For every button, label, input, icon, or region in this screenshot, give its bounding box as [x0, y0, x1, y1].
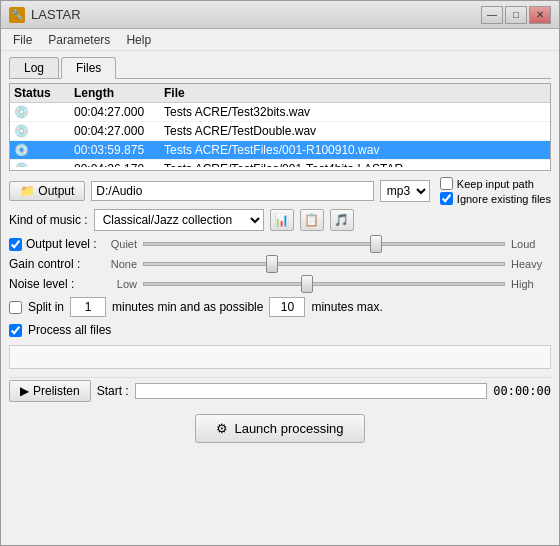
- output-path-input[interactable]: [91, 181, 373, 201]
- row-file: Tests ACRE/Test32bits.wav: [164, 105, 546, 119]
- noise-level-row: Noise level : Low High: [9, 277, 551, 291]
- menu-file[interactable]: File: [5, 31, 40, 49]
- col-length: Length: [74, 86, 164, 100]
- split-mid-label: minutes min and as possible: [112, 300, 263, 314]
- kind-icon-btn-1[interactable]: 📊: [270, 209, 294, 231]
- tabs: Log Files: [9, 57, 551, 79]
- keep-input-path-checkbox[interactable]: [440, 177, 453, 190]
- start-label: Start :: [97, 384, 129, 398]
- process-all-row: Process all files: [9, 323, 551, 337]
- process-all-checkbox[interactable]: [9, 324, 22, 337]
- output-level-end: Loud: [511, 238, 551, 250]
- row-icon: 💿: [14, 124, 74, 138]
- output-checkboxes: Keep input path Ignore existing files: [440, 177, 551, 205]
- gain-control-slider[interactable]: [143, 262, 505, 266]
- file-list: Status Length File 💿 00:04:27.000 Tests …: [9, 83, 551, 171]
- maximize-button[interactable]: □: [505, 6, 527, 24]
- gain-control-row: Gain control : None Heavy: [9, 257, 551, 271]
- table-row[interactable]: 💿 00:04:26.170 Tests ACRE/TestFiles/001-…: [10, 160, 550, 167]
- menu-help[interactable]: Help: [118, 31, 159, 49]
- output-level-slider[interactable]: [143, 242, 505, 246]
- gain-control-end: Heavy: [511, 258, 551, 270]
- tab-files[interactable]: Files: [61, 57, 116, 79]
- output-row: 📁 Output mp3 wav ogg flac Keep input pat…: [9, 177, 551, 205]
- row-file: Tests ACRE/TestDouble.wav: [164, 124, 546, 138]
- gain-control-label: Gain control :: [9, 257, 80, 271]
- bottom-bar: ▶ Prelisten Start : 00:00:00: [9, 377, 551, 404]
- gain-control-start: None: [105, 258, 137, 270]
- split-min-input[interactable]: [70, 297, 106, 317]
- split-in-label[interactable]: Split in: [28, 300, 64, 314]
- row-icon: 💿: [14, 143, 74, 157]
- table-row[interactable]: 💿 00:03:59.875 Tests ACRE/TestFiles/001-…: [10, 141, 550, 160]
- title-bar-left: 🔧 LASTAR: [9, 7, 81, 23]
- output-level-start: Quiet: [105, 238, 137, 250]
- row-file: Tests ACRE/TestFiles/001-R100910.wav: [164, 143, 546, 157]
- format-select[interactable]: mp3 wav ogg flac: [380, 180, 430, 202]
- launch-icon: ⚙: [216, 421, 228, 436]
- table-row[interactable]: 💿 00:04:27.000 Tests ACRE/Test32bits.wav: [10, 103, 550, 122]
- ignore-existing-row: Ignore existing files: [440, 192, 551, 205]
- output-button[interactable]: 📁 Output: [9, 181, 85, 201]
- launch-row: ⚙ Launch processing: [9, 408, 551, 447]
- gain-control-label-area: Gain control :: [9, 257, 99, 271]
- output-level-label[interactable]: Output level :: [26, 237, 97, 251]
- noise-level-end: High: [511, 278, 551, 290]
- output-level-row: Output level : Quiet Loud: [9, 237, 551, 251]
- table-row[interactable]: 💿 00:04:27.000 Tests ACRE/TestDouble.wav: [10, 122, 550, 141]
- main-content: Log Files Status Length File 💿 00:04:27.…: [1, 51, 559, 545]
- noise-level-label-area: Noise level :: [9, 277, 99, 291]
- prelisten-button[interactable]: ▶ Prelisten: [9, 380, 91, 402]
- process-all-label[interactable]: Process all files: [28, 323, 111, 337]
- row-icon: 💿: [14, 105, 74, 119]
- noise-level-start: Low: [105, 278, 137, 290]
- keep-input-path-row: Keep input path: [440, 177, 551, 190]
- col-status: Status: [14, 86, 74, 100]
- window-title: LASTAR: [31, 7, 81, 22]
- row-icon: 💿: [14, 162, 74, 167]
- row-length: 00:04:27.000: [74, 124, 164, 138]
- title-bar: 🔧 LASTAR — □ ✕: [1, 1, 559, 29]
- row-length: 00:04:27.000: [74, 105, 164, 119]
- kind-icon-btn-2[interactable]: 📋: [300, 209, 324, 231]
- noise-level-label: Noise level :: [9, 277, 74, 291]
- col-file: File: [164, 86, 546, 100]
- keep-input-path-label[interactable]: Keep input path: [457, 178, 534, 190]
- ignore-existing-label[interactable]: Ignore existing files: [457, 193, 551, 205]
- kind-of-music-row: Kind of music : Classical/Jazz collectio…: [9, 209, 551, 231]
- row-length: 00:03:59.875: [74, 143, 164, 157]
- row-length: 00:04:26.170: [74, 162, 164, 167]
- tab-log[interactable]: Log: [9, 57, 59, 78]
- app-icon: 🔧: [9, 7, 25, 23]
- prelisten-icon: ▶: [20, 384, 29, 398]
- ignore-existing-checkbox[interactable]: [440, 192, 453, 205]
- row-file: Tests ACRE/TestFiles/001-Test4bits-LASTA…: [164, 162, 546, 167]
- prelisten-label: Prelisten: [33, 384, 80, 398]
- main-window: 🔧 LASTAR — □ ✕ File Parameters Help Log …: [0, 0, 560, 546]
- title-controls: — □ ✕: [481, 6, 551, 24]
- menu-bar: File Parameters Help: [1, 29, 559, 51]
- noise-level-slider[interactable]: [143, 282, 505, 286]
- start-progress-bar: [135, 383, 488, 399]
- kind-of-music-label: Kind of music :: [9, 213, 88, 227]
- progress-section: [9, 345, 551, 369]
- close-button[interactable]: ✕: [529, 6, 551, 24]
- menu-parameters[interactable]: Parameters: [40, 31, 118, 49]
- file-list-header: Status Length File: [10, 84, 550, 103]
- kind-of-music-select[interactable]: Classical/Jazz collection Pop/Rock Elect…: [94, 209, 264, 231]
- kind-icon-btn-3[interactable]: 🎵: [330, 209, 354, 231]
- split-max-label: minutes max.: [311, 300, 382, 314]
- file-list-body: 💿 00:04:27.000 Tests ACRE/Test32bits.wav…: [10, 103, 550, 167]
- time-display: 00:00:00: [493, 384, 551, 398]
- launch-button[interactable]: ⚙ Launch processing: [195, 414, 364, 443]
- minimize-button[interactable]: —: [481, 6, 503, 24]
- output-level-label-area: Output level :: [9, 237, 99, 251]
- split-in-checkbox[interactable]: [9, 301, 22, 314]
- launch-label: Launch processing: [234, 421, 343, 436]
- split-max-input[interactable]: [269, 297, 305, 317]
- output-level-checkbox[interactable]: [9, 238, 22, 251]
- split-in-row: Split in minutes min and as possible min…: [9, 297, 551, 317]
